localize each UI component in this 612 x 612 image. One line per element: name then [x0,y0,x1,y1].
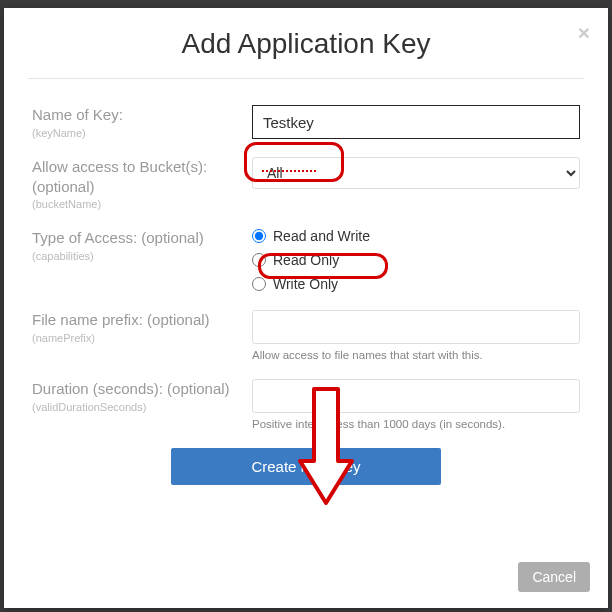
label-duration: Duration (seconds): (optional) [32,379,238,399]
radio-label-ro: Read Only [273,252,339,268]
field-col: All [252,157,580,189]
label-key-name: Name of Key: [32,105,238,125]
sublabel-duration: (validDurationSeconds) [32,401,238,413]
bucket-select[interactable]: All [252,157,580,189]
label-bucket: Allow access to Bucket(s): (optional) [32,157,238,196]
close-icon[interactable]: × [578,22,590,43]
modal-footer: Cancel [4,550,608,608]
key-name-input[interactable] [252,105,580,139]
hint-prefix: Allow access to file names that start wi… [252,349,580,361]
field-col [252,105,580,139]
radio-label-wo: Write Only [273,276,338,292]
sublabel-prefix: (namePrefix) [32,332,238,344]
prefix-input[interactable] [252,310,580,344]
modal-body: Name of Key: (keyName) Allow access to B… [4,79,608,550]
duration-input[interactable] [252,379,580,413]
cancel-button[interactable]: Cancel [518,562,590,592]
label-col: Type of Access: (optional) (capabilities… [32,228,252,262]
sublabel-key-name: (keyName) [32,127,238,139]
row-key-name: Name of Key: (keyName) [32,105,580,139]
modal-header: × Add Application Key [28,8,584,79]
field-col: Allow access to file names that start wi… [252,310,580,361]
radio-input-wo[interactable] [252,277,266,291]
label-access: Type of Access: (optional) [32,228,238,248]
hint-duration: Positive integer less than 1000 days (in… [252,418,580,430]
label-col: File name prefix: (optional) (namePrefix… [32,310,252,344]
radio-input-rw[interactable] [252,229,266,243]
radio-read-only[interactable]: Read Only [252,252,580,268]
radio-write-only[interactable]: Write Only [252,276,580,292]
access-radio-group: Read and Write Read Only Write Only [252,228,580,292]
radio-read-write[interactable]: Read and Write [252,228,580,244]
field-col: Positive integer less than 1000 days (in… [252,379,580,430]
row-bucket: Allow access to Bucket(s): (optional) (b… [32,157,580,210]
label-col: Name of Key: (keyName) [32,105,252,139]
label-prefix: File name prefix: (optional) [32,310,238,330]
row-duration: Duration (seconds): (optional) (validDur… [32,379,580,430]
row-access: Type of Access: (optional) (capabilities… [32,228,580,292]
row-prefix: File name prefix: (optional) (namePrefix… [32,310,580,361]
field-col: Read and Write Read Only Write Only [252,228,580,292]
label-col: Duration (seconds): (optional) (validDur… [32,379,252,413]
radio-input-ro[interactable] [252,253,266,267]
sublabel-access: (capabilities) [32,250,238,262]
add-application-key-modal: × Add Application Key Name of Key: (keyN… [4,8,608,608]
sublabel-bucket: (bucketName) [32,198,238,210]
label-col: Allow access to Bucket(s): (optional) (b… [32,157,252,210]
create-new-key-button[interactable]: Create New Key [171,448,441,485]
radio-label-rw: Read and Write [273,228,370,244]
modal-title: Add Application Key [48,28,564,60]
